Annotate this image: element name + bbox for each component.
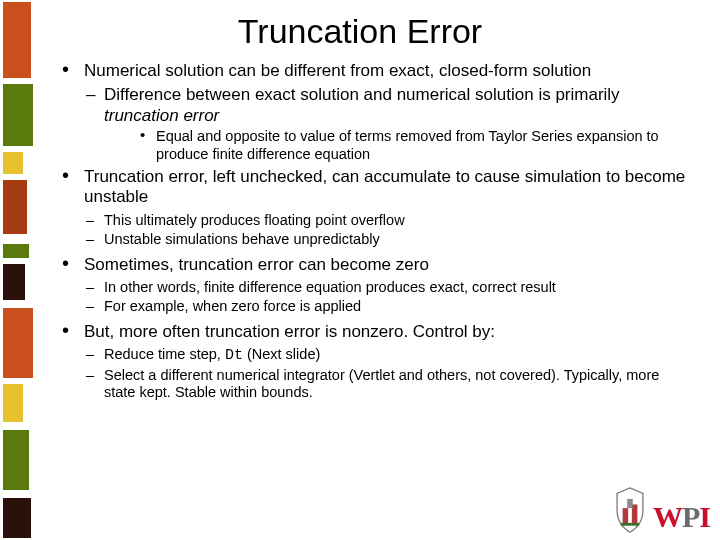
sidebar-block bbox=[3, 264, 25, 300]
bullet-4: But, more often truncation error is nonz… bbox=[62, 322, 690, 342]
sidebar-block bbox=[3, 244, 29, 258]
bullet-2-sub-2: Unstable simulations behave unpredictabl… bbox=[62, 231, 690, 248]
delta-t-symbol: Dt bbox=[225, 347, 243, 364]
bullet-3: Sometimes, truncation error can become z… bbox=[62, 255, 690, 275]
text: Difference between exact solution and nu… bbox=[104, 85, 620, 104]
bullet-2: Truncation error, left unchecked, can ac… bbox=[62, 167, 690, 208]
sidebar-block bbox=[3, 498, 31, 538]
wpi-wordmark: WPI bbox=[653, 500, 710, 534]
svg-rect-0 bbox=[623, 508, 629, 525]
wpi-logo: WPI bbox=[611, 486, 710, 534]
italic-term: truncation error bbox=[104, 106, 219, 125]
bullet-4-sub-1: Reduce time step, Dt (Next slide) bbox=[62, 346, 690, 365]
bullet-2-sub-1: This ultimately produces floating point … bbox=[62, 212, 690, 229]
logo-letter-w: W bbox=[653, 500, 682, 533]
svg-rect-2 bbox=[627, 499, 633, 508]
sidebar-block bbox=[3, 430, 29, 490]
sidebar-block bbox=[3, 152, 23, 174]
slide-title: Truncation Error bbox=[0, 12, 720, 51]
logo-letter-p: P bbox=[682, 500, 699, 533]
wpi-seal-icon bbox=[611, 486, 649, 534]
sidebar-block bbox=[3, 384, 23, 422]
sidebar-block bbox=[3, 84, 33, 146]
decorative-sidebar bbox=[0, 0, 38, 540]
bullet-1-sub-1: Difference between exact solution and nu… bbox=[62, 85, 690, 126]
bullet-1: Numerical solution can be different from… bbox=[62, 61, 690, 81]
sidebar-block bbox=[3, 308, 33, 378]
bullet-4-sub-2: Select a different numerical integrator … bbox=[62, 367, 690, 402]
bullet-3-sub-1: In other words, finite difference equati… bbox=[62, 279, 690, 296]
svg-rect-3 bbox=[621, 523, 639, 526]
bullet-1-sub-1-sub-1: Equal and opposite to value of terms rem… bbox=[62, 128, 690, 163]
sidebar-block bbox=[3, 180, 27, 234]
slide-body: Numerical solution can be different from… bbox=[62, 61, 690, 402]
logo-letter-i: I bbox=[699, 500, 710, 533]
text: (Next slide) bbox=[243, 346, 320, 362]
text: Reduce time step, bbox=[104, 346, 225, 362]
bullet-3-sub-2: For example, when zero force is applied bbox=[62, 298, 690, 315]
sidebar-block bbox=[3, 2, 31, 78]
